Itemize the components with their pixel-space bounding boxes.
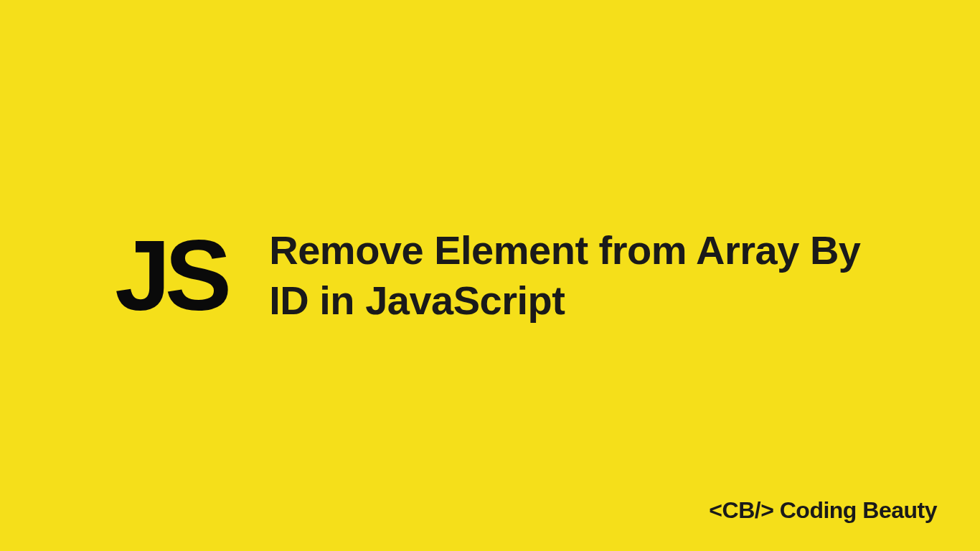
- brand-signature: <CB/> Coding Beauty: [709, 497, 937, 524]
- main-content: JS Remove Element from Array By ID in Ja…: [0, 225, 980, 326]
- article-title: Remove Element from Array By ID in JavaS…: [269, 225, 865, 326]
- js-logo: JS: [115, 225, 226, 326]
